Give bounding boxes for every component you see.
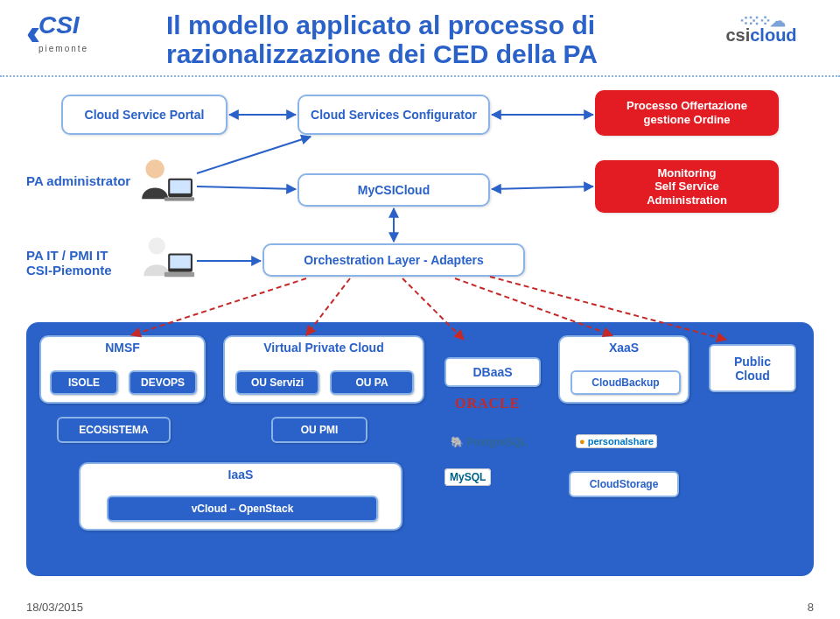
orchestration-layer-box: Orchestration Layer - Adapters: [262, 243, 525, 277]
vcloud-openstack-chip: vCloud – OpenStack: [107, 496, 378, 522]
slide-title: Il modello applicato al processo di razi…: [166, 9, 709, 68]
svg-rect-3: [164, 197, 194, 200]
svg-point-4: [149, 237, 165, 254]
ou-pmi-chip: OU PMI: [271, 417, 368, 443]
oracle-logo: ORACLE: [455, 396, 520, 411]
cloud-services-configurator-box: Cloud Services Configurator: [298, 95, 490, 135]
monitoring-box: Monitoring Self Service Administration: [595, 160, 779, 213]
mysql-logo: MySQL: [444, 471, 491, 483]
user-it-icon: [136, 235, 197, 287]
ecosistema-chip: ECOSISTEMA: [57, 417, 171, 443]
vpc-card: Virtual Private Cloud OU Servizi OU PA: [223, 335, 424, 404]
logo-chevrons-icon: ‹‹‹: [26, 13, 30, 53]
csicloud-text: csicloud: [725, 25, 796, 45]
logo-text: CSI: [38, 11, 80, 39]
logo-subtext: piemonte: [38, 44, 88, 53]
architecture-diagram: Cloud Service Portal Cloud Services Conf…: [0, 77, 840, 585]
processo-offertazione-box: Processo Offertazione gestione Ordine: [595, 90, 779, 136]
vpc-title: Virtual Private Cloud: [225, 337, 423, 358]
slide-header: ‹‹‹ CSI piemonte Il modello applicato al…: [0, 0, 840, 77]
mycsicloud-box: MyCSICloud: [298, 173, 490, 207]
isole-chip: ISOLE: [50, 370, 118, 395]
iaas-card: IaaS vCloud – OpenStack: [79, 462, 402, 531]
public-cloud-chip: Public Cloud: [709, 344, 796, 392]
personalshare-logo: ● personalshare: [576, 434, 657, 448]
xaas-card: XaaS CloudBackup: [558, 335, 690, 404]
svg-line-12: [492, 186, 593, 189]
cloudbackup-chip: CloudBackup: [570, 370, 681, 395]
dbaas-chip: DBaaS: [444, 357, 541, 387]
cloudstorage-chip: CloudStorage: [569, 471, 679, 497]
pa-administrator-label: PA administrator: [26, 173, 130, 188]
slide-footer: 18/03/2015 8: [26, 601, 814, 614]
footer-date: 18/03/2015: [26, 601, 83, 614]
svg-rect-6: [170, 256, 191, 269]
cloud-icon: ⁖⁙⁘☁︎: [709, 18, 814, 25]
cloud-service-portal-box: Cloud Service Portal: [61, 95, 228, 135]
services-panel: NMSF ISOLE DEVOPS ECOSISTEMA Virtual Pri…: [26, 322, 814, 576]
devops-chip: DEVOPS: [129, 370, 197, 395]
csi-piemonte-logo: ‹‹‹ CSI piemonte: [26, 9, 149, 57]
svg-line-10: [197, 137, 311, 173]
ou-servizi-chip: OU Servizi: [235, 370, 319, 395]
svg-line-11: [197, 186, 296, 189]
iaas-title: IaaS: [80, 464, 401, 485]
footer-page: 8: [808, 601, 814, 614]
csicloud-logo: ⁖⁙⁘☁︎ csicloud: [709, 9, 814, 46]
user-admin-icon: [136, 156, 197, 208]
pa-it-label: PA IT / PMI IT CSI-Piemonte: [26, 248, 112, 278]
postgresql-logo: 🐘 PostgreSQL: [451, 436, 528, 448]
svg-rect-7: [164, 272, 194, 277]
svg-rect-2: [170, 180, 191, 193]
nmsf-title: NMSF: [41, 337, 204, 358]
xaas-title: XaaS: [560, 337, 688, 358]
svg-point-0: [145, 159, 164, 178]
ou-pa-chip: OU PA: [330, 370, 414, 395]
nmsf-card: NMSF ISOLE DEVOPS: [39, 335, 206, 404]
